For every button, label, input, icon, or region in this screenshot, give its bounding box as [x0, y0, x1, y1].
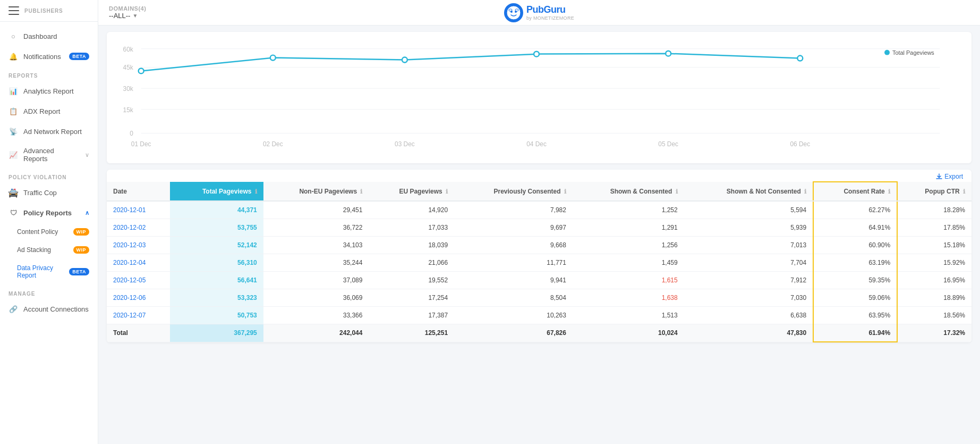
cell-consent_rate: 63.95%	[813, 307, 897, 324]
sidebar-label-adstacking: Ad Stacking	[17, 246, 68, 254]
notifications-badge: BETA	[69, 53, 89, 60]
cell-popup_ctr: 17.85%	[897, 219, 972, 237]
svg-point-0	[507, 6, 521, 20]
hamburger-menu[interactable]	[8, 6, 19, 15]
total-cell-date: Total	[107, 324, 170, 342]
col-popup-ctr-label: Popup CTR	[925, 188, 959, 195]
sidebar-item-analytics[interactable]: 📊 Analytics Report	[0, 81, 98, 101]
sidebar-item-contentpolicy[interactable]: Content Policy WIP	[0, 223, 98, 241]
main-content: DOMAINS(4) --ALL-- ▼ PubGuru by MONETI	[98, 0, 980, 444]
sidebar-item-policyreports[interactable]: 🛡 Policy Reports ∧	[0, 203, 98, 223]
sidebar-item-adx[interactable]: 📋 ADX Report	[0, 101, 98, 121]
pubguru-mascot-icon	[504, 3, 523, 22]
svg-text:45k: 45k	[123, 64, 133, 71]
cell-consent_rate: 60.90%	[813, 237, 897, 254]
domains-label: DOMAINS(4)	[109, 5, 146, 12]
policy-reports-icon: 🛡	[8, 208, 18, 217]
cell-consent_rate: 59.06%	[813, 289, 897, 307]
topbar: DOMAINS(4) --ALL-- ▼ PubGuru by MONETI	[98, 0, 980, 26]
sidebar-label-adnetwork: Ad Network Report	[23, 128, 89, 136]
cell-popup_ctr: 18.89%	[897, 289, 972, 307]
svg-point-27	[884, 50, 890, 55]
cell-date: 2020-12-05	[107, 272, 170, 289]
cell-total_pageviews: 50,753	[170, 307, 263, 324]
cell-shown_not_consented: 5,939	[684, 219, 814, 237]
total-cell-shown_not_consented: 47,830	[684, 324, 814, 342]
table-row: 2020-12-0144,37129,45114,9207,9821,2525,…	[107, 201, 972, 219]
cell-date: 2020-12-06	[107, 289, 170, 307]
account-icon: 🔗	[8, 304, 18, 314]
sidebar-item-adnetwork[interactable]: 📡 Ad Network Report	[0, 121, 98, 141]
cell-shown_not_consented: 7,030	[684, 289, 814, 307]
total-cell-total_pageviews: 367,295	[170, 324, 263, 342]
export-row: Export	[107, 170, 972, 181]
domains-select[interactable]: --ALL-- ▼	[109, 12, 146, 20]
total-cell-shown_consented: 10,024	[573, 324, 684, 342]
total-cell-eu: 125,251	[369, 324, 454, 342]
cell-shown_not_consented: 6,638	[684, 307, 814, 324]
contentpolicy-badge: WIP	[73, 228, 90, 236]
cell-prev_consented: 7,982	[454, 201, 573, 219]
total-row: Total367,295242,044125,25167,82610,02447…	[107, 324, 972, 342]
sidebar-item-notifications[interactable]: 🔔 Notifications BETA	[0, 46, 98, 66]
export-icon	[936, 173, 942, 180]
table-header-row: Date Total Pageviews ℹ Non-EU Pageviews …	[107, 182, 972, 201]
sidebar-item-trafficcop[interactable]: 🚔 Traffic Cop	[0, 182, 98, 203]
cell-shown_consented: 1,256	[573, 237, 684, 254]
svg-point-16	[270, 55, 276, 61]
cell-eu: 19,552	[369, 272, 454, 289]
cell-total_pageviews: 53,323	[170, 289, 263, 307]
svg-text:02 Dec: 02 Dec	[263, 140, 283, 148]
cell-prev_consented: 10,263	[454, 307, 573, 324]
reports-section-label: REPORTS	[0, 66, 98, 81]
sidebar-header: PUBLISHERS	[0, 0, 98, 22]
publishers-label: PUBLISHERS	[24, 8, 63, 14]
cell-shown_consented: 1,252	[573, 201, 684, 219]
cell-popup_ctr: 15.18%	[897, 237, 972, 254]
col-consent-rate-label: Consent Rate	[843, 188, 884, 195]
export-button[interactable]: Export	[936, 173, 963, 180]
table-row: 2020-12-0253,75536,72217,0339,6971,2915,…	[107, 219, 972, 237]
sidebar-item-dashboard[interactable]: ○ Dashboard	[0, 26, 98, 46]
non-eu-info-icon: ℹ	[360, 188, 362, 195]
cell-total_pageviews: 52,142	[170, 237, 263, 254]
cell-date: 2020-12-01	[107, 201, 170, 219]
domains-value: --ALL--	[109, 12, 130, 20]
sidebar-item-advanced[interactable]: 📈 Advanced Reports ∨	[0, 141, 98, 168]
col-shown-not-consented-label: Shown & Not Consented	[727, 188, 801, 195]
sidebar-item-account[interactable]: 🔗 Account Connections	[0, 299, 98, 319]
col-shown-consented-label: Shown & Consented	[610, 188, 672, 195]
sidebar-nav: ○ Dashboard 🔔 Notifications BETA REPORTS…	[0, 22, 98, 323]
svg-text:05 Dec: 05 Dec	[658, 140, 678, 148]
data-table: Date Total Pageviews ℹ Non-EU Pageviews …	[107, 181, 972, 342]
col-non-eu-label: Non-EU Pageviews	[299, 188, 357, 195]
adstacking-badge: WIP	[73, 246, 90, 254]
svg-point-18	[534, 52, 539, 57]
prev-consented-info-icon: ℹ	[564, 188, 566, 195]
svg-text:15k: 15k	[123, 106, 133, 114]
pubguru-logo: PubGuru by MONETIZEMORE	[504, 3, 574, 22]
cell-total_pageviews: 56,641	[170, 272, 263, 289]
col-prev-consented: Previously Consented ℹ	[454, 182, 573, 201]
content-area: 60k 45k 30k 15k 0	[98, 26, 980, 444]
total-cell-non_eu: 242,044	[263, 324, 369, 342]
dataprivacy-badge: BETA	[69, 268, 89, 275]
table-container: Export Date Total Pageviews ℹ Non-EU Pag…	[107, 170, 972, 342]
cell-non_eu: 29,451	[263, 201, 369, 219]
col-total-pageviews[interactable]: Total Pageviews ℹ	[170, 182, 263, 201]
sidebar-label-analytics: Analytics Report	[23, 87, 89, 95]
cell-shown_not_consented: 7,704	[684, 254, 814, 272]
cell-eu: 14,920	[369, 201, 454, 219]
dashboard-icon: ○	[8, 31, 18, 41]
sidebar-item-dataprivacy[interactable]: Data Privacy Report BETA	[0, 259, 98, 284]
domains-chevron-icon: ▼	[132, 13, 138, 19]
pageviews-chart: 60k 45k 30k 15k 0	[117, 40, 961, 157]
advanced-icon: 📈	[8, 150, 18, 160]
manage-section-label: MANAGE	[0, 284, 98, 299]
cell-non_eu: 33,366	[263, 307, 369, 324]
sidebar-item-adstacking[interactable]: Ad Stacking WIP	[0, 241, 98, 259]
policy-section-label: POLICY VIOLATION	[0, 168, 98, 182]
cell-eu: 17,033	[369, 219, 454, 237]
total-cell-consent_rate: 61.94%	[813, 324, 897, 342]
sidebar-label-trafficcop: Traffic Cop	[23, 189, 89, 197]
